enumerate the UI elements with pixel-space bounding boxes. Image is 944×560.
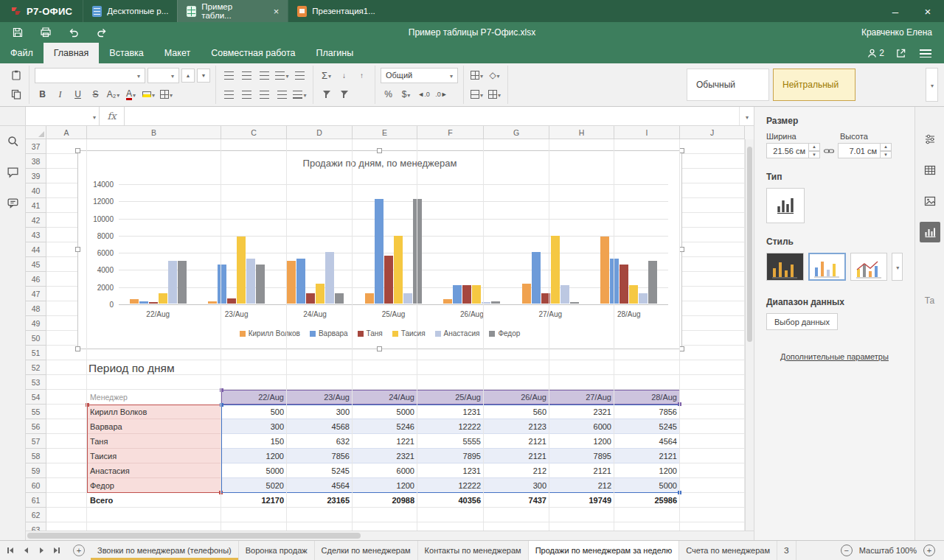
menu-tab-макет[interactable]: Макет [154,43,201,63]
align-center-button[interactable] [239,87,254,102]
column-header-B[interactable]: B [87,126,221,139]
align-right-button[interactable] [257,87,272,102]
sheet-tab[interactable]: Звонки по менеджерам (телефоны) [91,541,239,560]
clear-filter-button[interactable] [336,87,352,102]
increase-decimal-button[interactable]: .0► [434,87,449,102]
highlight-color-button[interactable] [141,87,156,102]
height-spinner[interactable]: 7.01 см ▲▼ [838,143,892,158]
increase-font-size-button[interactable]: ▲ [181,69,195,83]
save-button[interactable] [6,24,30,41]
align-left-button[interactable] [221,87,237,102]
chart-resize-handle[interactable] [679,148,684,153]
decrease-decimal-button[interactable]: ◄.0 [416,87,431,102]
subscript-button[interactable]: А₂ [105,87,121,102]
row-header-46[interactable]: 46 [26,272,46,287]
row-header-37[interactable]: 37 [26,139,46,154]
vertical-scrollbar-thumb[interactable] [747,147,752,342]
sheet-tab[interactable]: Воронка продаж [239,541,315,560]
cells-area[interactable]: Продажи по дням, по менеджерам 020004000… [46,139,745,531]
row-header-45[interactable]: 45 [26,257,46,272]
menu-tab-главная[interactable]: Главная [44,43,100,63]
first-sheet-button[interactable] [4,544,17,557]
next-sheet-button[interactable] [35,544,48,557]
row-header-47[interactable]: 47 [26,287,46,301]
print-button[interactable] [34,24,58,41]
width-increase-button[interactable]: ▲ [809,143,820,151]
document-tab-presentation[interactable]: Презентация1... [288,0,384,22]
style-gallery-scroll-button[interactable] [892,253,903,281]
comments-button[interactable] [4,163,21,181]
font-name-select[interactable] [35,68,145,83]
paste-button[interactable] [8,68,24,83]
font-size-select[interactable] [148,68,179,83]
align-bottom-button[interactable] [257,68,272,83]
view-settings-button[interactable] [914,44,937,62]
formula-input[interactable] [125,107,739,125]
row-header-49[interactable]: 49 [26,316,46,331]
percent-style-button[interactable]: % [381,87,396,102]
insert-cells-button[interactable] [469,68,485,83]
column-header-F[interactable]: F [417,126,484,139]
styles-gallery-expand-button[interactable] [926,68,938,102]
select-data-button[interactable]: Выбор данных [766,313,838,330]
zoom-in-button[interactable] [923,545,935,556]
row-header-53[interactable]: 53 [26,375,46,390]
chart-style-option-3[interactable] [850,253,888,281]
close-button[interactable]: × [912,0,944,22]
insert-function-button[interactable]: fx [100,107,125,125]
image-settings-button[interactable] [920,191,940,211]
width-decrease-button[interactable]: ▼ [809,151,820,159]
row-header-38[interactable]: 38 [26,154,46,169]
delete-cells-button[interactable] [469,87,485,102]
cell-style-нейтральный[interactable]: Нейтральный [773,69,856,101]
cell-settings-button[interactable] [920,129,940,150]
column-header-G[interactable]: G [484,126,549,139]
row-header-48[interactable]: 48 [26,301,46,316]
chat-button[interactable] [4,194,21,211]
row-header-51[interactable]: 51 [26,346,46,360]
column-header-J[interactable]: J [680,126,745,139]
row-header-42[interactable]: 42 [26,213,46,228]
decrease-font-size-button[interactable]: ▼ [197,69,210,83]
menu-tab-совместная-работа[interactable]: Совместная работа [201,43,305,63]
advanced-settings-link[interactable]: Дополнительные параметры [766,352,903,361]
chart-object[interactable]: Продажи по дням, по менеджерам 020004000… [77,150,682,349]
previous-sheet-button[interactable] [19,544,32,557]
chart-style-option-2[interactable] [808,253,846,281]
sort-descending-button[interactable] [354,68,369,83]
column-header-H[interactable]: H [549,126,614,139]
chart-resize-handle[interactable] [75,247,80,252]
row-header-63[interactable]: 63 [26,522,46,531]
close-tab-icon[interactable]: × [274,6,280,17]
chart-resize-handle[interactable] [679,346,684,351]
borders-button[interactable] [159,87,174,102]
row-header-61[interactable]: 61 [26,493,46,508]
collaborators-button[interactable]: 2 [864,44,886,62]
sheet-tab[interactable]: З [777,541,796,560]
textart-settings-button[interactable]: Та [925,295,934,306]
open-file-location-button[interactable] [889,44,912,62]
format-as-table-button[interactable] [487,87,502,102]
width-value[interactable]: 21.56 см [766,143,809,158]
collapse-formula-bar-button[interactable] [739,107,754,125]
column-header-A[interactable]: A [46,126,87,139]
row-header-39[interactable]: 39 [26,169,46,183]
chart-resize-handle[interactable] [377,148,382,153]
last-sheet-button[interactable] [50,544,63,557]
chart-style-option-1[interactable] [766,253,804,281]
row-header-62[interactable]: 62 [26,508,46,522]
sheet-tab[interactable]: Сделки по менеджерам [315,541,418,560]
column-header-E[interactable]: E [353,126,417,139]
row-header-59[interactable]: 59 [26,463,46,478]
name-box[interactable] [26,107,100,125]
sheet-tab[interactable]: Продажи по менеджерам за неделю [529,541,680,560]
select-all-corner[interactable] [26,126,46,139]
copy-button[interactable] [8,87,24,102]
chart-type-button[interactable] [766,188,805,223]
strikethrough-button[interactable]: S [88,87,103,102]
sort-ascending-button[interactable] [336,68,352,83]
column-header-D[interactable]: D [287,126,353,139]
table-settings-button[interactable] [920,160,940,181]
row-header-55[interactable]: 55 [26,405,46,419]
chart-settings-button[interactable] [920,222,940,242]
